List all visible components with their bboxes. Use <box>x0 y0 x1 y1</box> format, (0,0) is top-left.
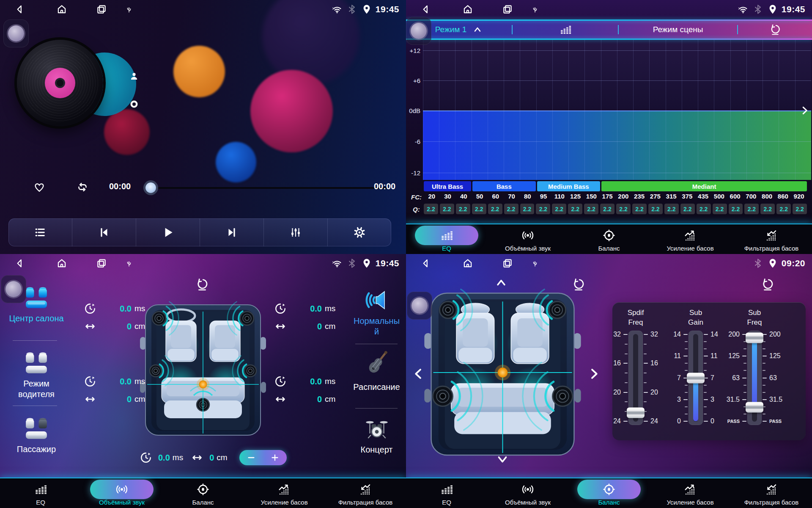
seat-preset-passenger[interactable]: Пассажир <box>7 416 66 455</box>
delay-readout-front-left[interactable]: 0.0ms 0cm <box>84 301 147 334</box>
q-value-button[interactable]: 2.2 <box>760 204 775 214</box>
scene-preset-concert[interactable]: Концерт <box>350 415 403 455</box>
play-button[interactable] <box>136 218 200 246</box>
tab-bass-boost[interactable]: Усиление басов <box>244 478 325 508</box>
surround-reset-icon[interactable] <box>195 278 209 291</box>
seat-preset-driver[interactable]: Режим водителя <box>7 351 66 400</box>
slider-sub-freq[interactable]: 200200125125636331.531.5PASSPASS <box>731 334 778 421</box>
album-icon[interactable] <box>129 99 139 109</box>
q-value-button[interactable]: 2.2 <box>456 204 470 214</box>
decrease-button[interactable] <box>239 450 263 465</box>
move-right-icon[interactable] <box>587 367 601 381</box>
previous-button[interactable] <box>72 218 136 246</box>
eq-next-page-icon[interactable] <box>799 105 810 116</box>
eq-reset-button[interactable] <box>738 24 812 36</box>
tab-surround[interactable]: Объёмный звук <box>487 224 568 254</box>
scene-preset-normal[interactable]: Нормальный <box>350 288 403 337</box>
delay-readout-rear-right[interactable]: 0.0ms 0cm <box>274 374 337 406</box>
slider-thumb[interactable] <box>627 407 645 418</box>
balance-reset-icon[interactable] <box>572 278 585 291</box>
q-value-button[interactable]: 2.2 <box>424 204 438 214</box>
floating-assist-widget[interactable] <box>407 292 432 320</box>
slider-thumb[interactable] <box>746 402 763 413</box>
progress-track[interactable] <box>148 187 387 189</box>
floating-assist-widget[interactable] <box>1 275 26 303</box>
q-value-button[interactable]: 2.2 <box>632 204 647 214</box>
artist-icon[interactable] <box>129 71 139 81</box>
q-value-button[interactable]: 2.2 <box>729 204 743 214</box>
tab-eq[interactable]: EQ <box>406 224 487 254</box>
q-value-button[interactable]: 2.2 <box>520 204 535 214</box>
increase-button[interactable] <box>263 450 287 465</box>
home-icon[interactable] <box>56 4 67 15</box>
tab-eq[interactable]: EQ <box>0 478 81 508</box>
q-value-button[interactable]: 2.2 <box>584 204 598 214</box>
tab-bass-filter[interactable]: Фильтрация басов <box>325 478 406 508</box>
q-value-button[interactable]: 2.2 <box>536 204 550 214</box>
q-value-button[interactable]: 2.2 <box>440 204 454 214</box>
tab-bass-boost[interactable]: Усиление басов <box>650 224 731 254</box>
tab-eq[interactable]: EQ <box>406 478 487 508</box>
favorite-icon[interactable] <box>33 181 46 193</box>
home-icon[interactable] <box>56 258 67 269</box>
home-icon[interactable] <box>462 4 473 15</box>
slider-minor-tick <box>704 341 707 342</box>
eq-spectrum-graph[interactable] <box>423 39 811 180</box>
q-value-button[interactable]: 2.2 <box>504 204 518 214</box>
tab-surround[interactable]: Объёмный звук <box>81 478 162 508</box>
q-value-button[interactable]: 2.2 <box>568 204 582 214</box>
q-value-button[interactable]: 2.2 <box>697 204 711 214</box>
delay-readout-rear-left[interactable]: 0.0ms 0cm <box>84 374 147 406</box>
tab-balance[interactable]: Баланс <box>568 224 650 254</box>
q-value-button[interactable]: 2.2 <box>648 204 663 214</box>
tab-balance[interactable]: Баланс <box>162 478 244 508</box>
repeat-icon[interactable] <box>76 181 89 193</box>
delay-readout-front-right[interactable]: 0.0ms 0cm <box>274 301 337 334</box>
eq-bars-header-button[interactable] <box>513 23 618 36</box>
floating-assist-widget[interactable] <box>406 17 431 45</box>
back-icon[interactable] <box>14 4 25 15</box>
home-icon[interactable] <box>462 258 473 269</box>
progress-knob[interactable] <box>145 182 156 193</box>
tab-balance[interactable]: Баланс <box>568 478 650 508</box>
scene-mode-button[interactable]: Режим сцены <box>619 25 737 34</box>
tab-bass-filter[interactable]: Фильтрация басов <box>731 224 812 254</box>
back-icon[interactable] <box>420 258 431 269</box>
tab-bass-boost[interactable]: Усиление басов <box>650 478 731 508</box>
q-value-button[interactable]: 2.2 <box>664 204 679 214</box>
scene-preset-schedule[interactable]: Расписание <box>350 350 403 392</box>
recents-icon[interactable] <box>502 4 513 15</box>
move-down-icon[interactable] <box>495 452 510 467</box>
back-icon[interactable] <box>420 4 431 15</box>
album-art-vinyl[interactable] <box>17 40 103 126</box>
q-value-button[interactable]: 2.2 <box>600 204 614 214</box>
recents-icon[interactable] <box>96 4 107 15</box>
move-left-icon[interactable] <box>411 367 425 381</box>
q-value-button[interactable]: 2.2 <box>744 204 759 214</box>
settings-button[interactable] <box>327 218 391 246</box>
tab-bass-filter[interactable]: Фильтрация басов <box>731 478 812 508</box>
equalizer-button[interactable] <box>263 218 327 246</box>
slider-sub-gain[interactable]: 14141111773300 <box>672 334 719 421</box>
page-up-icon[interactable] <box>494 276 508 290</box>
recents-icon[interactable] <box>96 258 107 269</box>
q-value-button[interactable]: 2.2 <box>616 204 631 214</box>
sliders-reset-icon[interactable] <box>761 278 774 291</box>
q-value-button[interactable]: 2.2 <box>488 204 502 214</box>
q-value-button[interactable]: 2.2 <box>793 204 807 214</box>
slider-thumb[interactable] <box>746 333 763 343</box>
slider-spdif-freq[interactable]: 3232161620202424 <box>612 334 659 421</box>
q-value-button[interactable]: 2.2 <box>472 204 486 214</box>
slider-thumb[interactable] <box>687 373 705 383</box>
playlist-button[interactable] <box>8 218 72 246</box>
tab-surround[interactable]: Объёмный звук <box>487 478 568 508</box>
recents-icon[interactable] <box>502 258 513 269</box>
floating-assist-widget[interactable] <box>3 19 29 47</box>
next-button[interactable] <box>200 218 263 246</box>
back-icon[interactable] <box>14 258 25 269</box>
q-value-button[interactable]: 2.2 <box>776 204 791 214</box>
q-value-button[interactable]: 2.2 <box>680 204 695 214</box>
slider-minor-tick <box>625 373 628 373</box>
q-value-button[interactable]: 2.2 <box>552 204 566 214</box>
q-value-button[interactable]: 2.2 <box>713 204 727 214</box>
